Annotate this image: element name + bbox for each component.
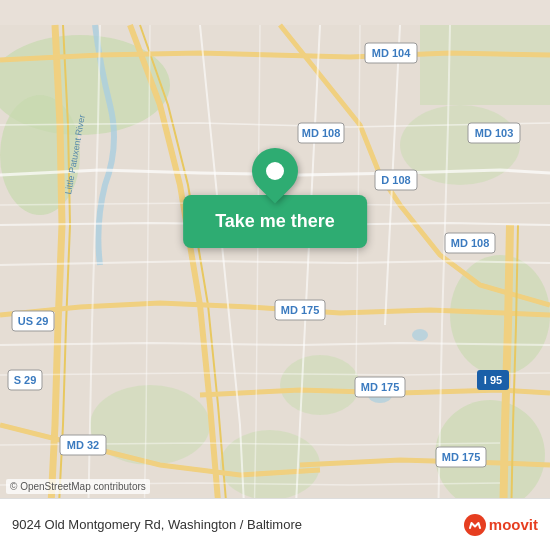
svg-point-11 [412,329,428,341]
pin-inner [266,162,284,180]
svg-text:US 29: US 29 [18,315,49,327]
footer-bar: 9024 Old Montgomery Rd, Washington / Bal… [0,498,550,550]
svg-text:MD 108: MD 108 [302,127,341,139]
address-label: 9024 Old Montgomery Rd, Washington / Bal… [12,517,464,532]
svg-text:MD 104: MD 104 [372,47,411,59]
svg-text:MD 175: MD 175 [281,304,320,316]
moovit-brand-name: moovit [489,516,538,533]
svg-text:S 29: S 29 [14,374,37,386]
svg-text:D 108: D 108 [381,174,410,186]
pin-marker [242,138,307,203]
svg-text:MD 108: MD 108 [451,237,490,249]
map-pin [252,148,298,194]
map-attribution: © OpenStreetMap contributors [6,479,150,494]
brand-area: moovit [464,514,538,536]
map-container: MD 104 MD 103 MD 108 D 108 MD 108 MD 175… [0,0,550,550]
svg-text:MD 32: MD 32 [67,439,99,451]
svg-point-37 [464,514,486,536]
svg-text:MD 175: MD 175 [442,451,481,463]
moovit-icon [464,514,486,536]
svg-text:MD 103: MD 103 [475,127,514,139]
svg-text:MD 175: MD 175 [361,381,400,393]
svg-text:I 95: I 95 [484,374,502,386]
svg-point-7 [280,355,360,415]
moovit-logo: moovit [464,514,538,536]
svg-rect-3 [420,25,550,105]
map-background: MD 104 MD 103 MD 108 D 108 MD 108 MD 175… [0,0,550,550]
